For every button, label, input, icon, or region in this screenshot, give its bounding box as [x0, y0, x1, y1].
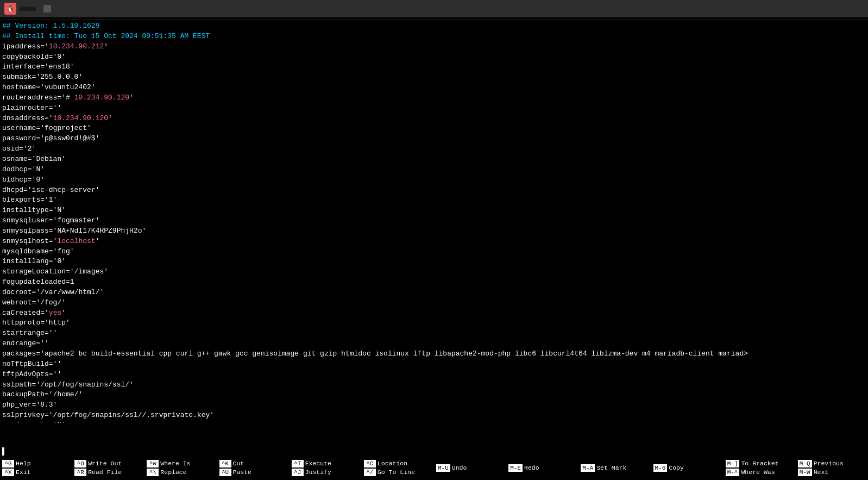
editor-line: plainrouter='' [2, 103, 866, 114]
editor-line: interface='ens18' [2, 62, 866, 72]
editor-line: dnsaddress='10.234.90.120' [2, 114, 866, 124]
shortcut-label-1-bot: Read File [88, 469, 122, 477]
editor-line: password='p@ssw0rd!@#$' [2, 134, 866, 144]
shortcut-label-8-top: Set Mark [596, 464, 626, 472]
editor-line: packages='apache2 bc build-essential cpp… [2, 349, 866, 359]
shortcut-key-10-bot[interactable]: M-^ [726, 469, 740, 476]
shortcut-cell-11: M-QPreviousM-WNext [796, 456, 868, 480]
shortcut-label-0-top: Help [16, 460, 31, 468]
shortcut-cell-7: M-ERedo [506, 456, 578, 480]
app-icon: 🐧 [4, 3, 16, 15]
editor-line: snmysqluser='fogmaster' [2, 216, 866, 226]
cursor-symbol [2, 447, 4, 456]
shortcut-cell-0: ^GHelp^XExit [0, 456, 72, 480]
editor-line: sslpath='/opt/fog/snapins/ssl/' [2, 380, 866, 390]
shortcut-cell-8: M-ASet Mark [578, 456, 651, 480]
editor-area[interactable]: ## Version: 1.5.10.1629## Install time: … [0, 20, 868, 423]
shortcut-key-0-top[interactable]: ^G [2, 460, 14, 467]
shortcut-key-11-bot[interactable]: M-W [798, 469, 812, 476]
editor-line: copybackold='0' [2, 52, 866, 63]
shortcut-key-0-bot[interactable]: ^X [2, 469, 14, 476]
editor-line: submask='255.0.0.0' [2, 72, 866, 83]
shortcut-key-10-top[interactable]: M-] [726, 460, 740, 467]
shortcut-cell-10: M-]To BracketM-^Where Was [724, 456, 796, 480]
shortcut-key-5-top[interactable]: ^C [364, 460, 376, 467]
title-bar: 🐧 [0, 0, 868, 17]
editor-line: snmysqlpass='NA+NdI17K4RPZ9PhjH2o' [2, 226, 866, 236]
shortcut-label-2-bot: Replace [160, 469, 186, 477]
editor-line: ## Version: 1.5.10.1629 [2, 21, 866, 32]
editor-line: docroot='/var/www/html/' [2, 288, 866, 298]
editor-line: caCreated='yes' [2, 308, 866, 319]
editor-line: ipaddress='10.234.90.212' [2, 42, 866, 52]
shortcut-label-2-top: Where Is [160, 460, 190, 468]
editor-line: endrange='' [2, 339, 866, 349]
shortcut-cell-1: ^OWrite Out^RRead File [72, 456, 144, 480]
shortcut-label-0-bot: Exit [16, 469, 31, 477]
shortcut-label-1-top: Write Out [88, 460, 122, 468]
editor-line: startrange='' [2, 328, 866, 339]
editor-line: osid='2' [2, 144, 866, 154]
shortcut-key-6-top[interactable]: M-U [436, 464, 450, 472]
active-tab[interactable] [20, 7, 36, 11]
editor-line: hostname='vubuntu2402' [2, 83, 866, 93]
shortcut-cell-5: ^CLocation^/Go To Line [362, 456, 434, 480]
shortcut-label-11-top: Previous [814, 460, 844, 468]
editor-line: noTftpBuild='' [2, 359, 866, 370]
editor-line: fogupdateloaded=1 [2, 277, 866, 288]
shortcut-cell-9: M-6Copy [651, 456, 724, 480]
editor-line: mysqldbname='fog' [2, 247, 866, 257]
editor-line: bldhcp='0' [2, 175, 866, 185]
shortcut-key-3-bot[interactable]: ^U [219, 469, 231, 476]
shortcut-cell-4: ^TExecute^JJustify [290, 456, 362, 480]
shortcut-key-1-bot[interactable]: ^R [74, 469, 86, 476]
editor-line: routeraddress='# 10.234.90.120' [2, 93, 866, 103]
shortcut-label-4-top: Execute [305, 460, 331, 468]
editor-line: webroot='/fog/' [2, 298, 866, 308]
shortcut-key-3-top[interactable]: ^K [219, 460, 231, 467]
shortcut-cell-3: ^KCut^UPaste [217, 456, 290, 480]
editor-line: snmysqlhost='localhost' [2, 236, 866, 247]
editor-line: dhcpd='isc-dhcp-server' [2, 185, 866, 196]
shortcut-label-10-bot: Where Was [741, 469, 775, 477]
shortcut-label-3-bot: Paste [233, 469, 252, 477]
shortcut-label-10-top: To Bracket [741, 460, 778, 468]
shortcut-label-3-top: Cut [233, 460, 244, 468]
editor-line: username='fogproject' [2, 123, 866, 134]
editor-line: sendreports='N' [2, 421, 866, 423]
editor-line: tftpAdvOpts='' [2, 370, 866, 380]
shortcut-bar: ^GHelp^XExit^OWrite Out^RRead File^WWher… [0, 456, 868, 480]
shortcut-label-9-top: Copy [669, 464, 684, 472]
editor-line: blexports='1' [2, 195, 866, 205]
editor-line: installlang='0' [2, 257, 866, 267]
editor-line: osname='Debian' [2, 154, 866, 165]
editor-line: installtype='N' [2, 205, 866, 216]
new-tab-icon[interactable] [43, 5, 51, 13]
editor-line: backupPath='/home/' [2, 390, 866, 400]
shortcut-key-7-top[interactable]: M-E [508, 464, 523, 472]
shortcut-key-4-bot[interactable]: ^J [292, 469, 304, 476]
bottom-bar: ^GHelp^XExit^OWrite Out^RRead File^WWher… [0, 446, 868, 480]
editor-line: php_ver='8.3' [2, 400, 866, 410]
shortcut-key-4-top[interactable]: ^T [292, 460, 304, 467]
shortcut-label-7-top: Redo [524, 464, 539, 472]
shortcut-key-11-top[interactable]: M-Q [798, 460, 812, 467]
shortcut-key-2-bot[interactable]: ^\ [147, 469, 159, 476]
cursor-indicator [0, 446, 868, 456]
shortcut-cell-2: ^WWhere Is^\Replace [144, 456, 217, 480]
editor-line: httpproto='http' [2, 318, 866, 328]
shortcut-cell-6: M-UUndo [434, 456, 506, 480]
editor-line: sslprivkey='/opt/fog/snapins/ssl//.srvpr… [2, 410, 866, 421]
shortcut-key-5-bot[interactable]: ^/ [364, 469, 376, 476]
editor-line: dodhcp='N' [2, 165, 866, 175]
shortcut-key-2-top[interactable]: ^W [147, 460, 159, 467]
editor-line: storageLocation='/images' [2, 267, 866, 277]
shortcut-key-1-top[interactable]: ^O [74, 460, 86, 467]
editor-line: ## Install time: Tue 15 Oct 2024 09:51:3… [2, 32, 866, 42]
shortcut-key-9-top[interactable]: M-6 [653, 464, 668, 472]
shortcut-label-6-top: Undo [452, 464, 467, 472]
shortcut-label-5-top: Location [378, 460, 407, 468]
shortcut-key-8-top[interactable]: M-A [581, 464, 595, 472]
shortcut-label-4-bot: Justify [305, 469, 331, 477]
shortcut-label-11-bot: Next [814, 469, 829, 477]
